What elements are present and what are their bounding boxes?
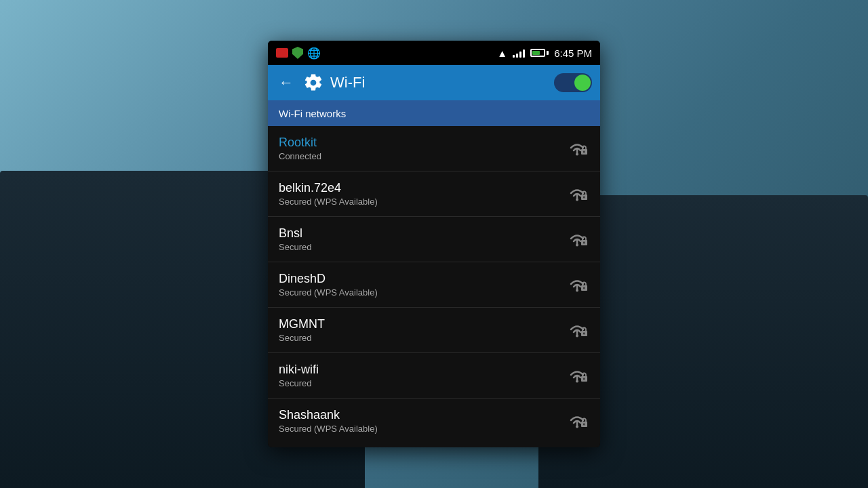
network-info-bnsl: BnslSecured [279,226,565,252]
network-name-shashaank: Shashaank [279,408,565,422]
svg-rect-20 [583,424,585,426]
network-name-belkin: belkin.72e4 [279,181,565,195]
wifi-signal-icon [565,184,589,204]
network-item-dineshd[interactable]: DineshDSecured (WPS Available) [268,262,600,308]
section-header: Wi-Fi networks [268,100,600,126]
wifi-signal-icon [565,138,589,159]
wifi-lock-icon-belkin [565,184,589,204]
network-list: RootkitConnected belkin.72e4Secured (WPS… [268,126,600,447]
signal-strength-icon [513,48,525,58]
wifi-lock-icon-rootkit [565,138,589,159]
network-name-niki-wifi: niki-wifi [279,363,565,377]
wifi-lock-icon-bnsl [565,229,589,249]
network-item-bnsl[interactable]: BnslSecured [268,217,600,262]
status-time: 6:45 PM [554,47,592,59]
network-status-belkin: Secured (WPS Available) [279,197,565,207]
notification-icon-red [276,48,288,58]
wifi-signal-icon [565,229,589,249]
network-info-shashaank: ShashaankSecured (WPS Available) [279,408,565,434]
wifi-toggle-knob [574,75,591,91]
battery-icon [530,49,549,57]
network-name-bnsl: Bnsl [279,226,565,241]
shield-icon [292,47,303,59]
wifi-status-icon: ▲ [497,47,507,59]
wifi-signal-icon [565,274,589,295]
app-bar: ← Wi-Fi [268,65,600,100]
wifi-lock-icon-niki-wifi [565,365,589,386]
svg-point-0 [576,153,578,156]
svg-point-15 [576,380,578,383]
network-item-rootkit[interactable]: RootkitConnected [268,126,600,171]
svg-rect-14 [583,333,585,335]
section-header-title: Wi-Fi networks [279,108,346,119]
network-item-shashaank[interactable]: ShashaankSecured (WPS Available) [268,399,600,443]
phone-screen: 🌐 ▲ 6:45 PM ← Wi-F [268,41,600,447]
network-status-mgmnt: Secured [279,333,565,343]
svg-point-6 [576,244,578,247]
svg-point-3 [576,199,578,201]
wifi-lock-icon-mgmnt [565,320,589,340]
status-left-icons: 🌐 [276,47,321,60]
globe-icon: 🌐 [307,47,321,60]
wifi-signal-icon [565,320,589,340]
network-name-mgmnt: MGMNT [279,317,565,331]
network-item-mgmnt[interactable]: MGMNTSecured [268,308,600,353]
svg-rect-2 [583,151,585,153]
wifi-signal-icon [565,365,589,386]
svg-rect-11 [583,287,585,289]
svg-rect-17 [583,378,585,380]
svg-rect-5 [583,197,585,199]
wifi-signal-icon [565,411,589,431]
svg-rect-8 [583,242,585,244]
network-item-belkin[interactable]: belkin.72e4Secured (WPS Available) [268,171,600,217]
wifi-lock-icon-dineshd [565,274,589,295]
phone-wrapper: 🌐 ▲ 6:45 PM ← Wi-F [268,41,600,447]
network-status-niki-wifi: Secured [279,378,565,388]
wifi-toggle-switch[interactable] [554,73,592,92]
network-status-bnsl: Secured [279,242,565,252]
network-item-niki-wifi[interactable]: niki-wifiSecured [268,353,600,399]
network-info-belkin: belkin.72e4Secured (WPS Available) [279,181,565,207]
status-right-icons: ▲ 6:45 PM [497,47,592,59]
network-name-dineshd: DineshD [279,272,565,286]
svg-point-12 [576,335,578,338]
network-info-mgmnt: MGMNTSecured [279,317,565,343]
network-status-rootkit: Connected [279,151,565,161]
network-status-shashaank: Secured (WPS Available) [279,424,565,434]
wifi-lock-icon-shashaank [565,411,589,431]
settings-gear-icon [303,73,323,93]
app-bar-title: Wi-Fi [330,74,547,92]
svg-point-9 [576,289,578,292]
network-info-dineshd: DineshDSecured (WPS Available) [279,272,565,298]
back-button[interactable]: ← [276,71,296,94]
status-bar: 🌐 ▲ 6:45 PM [268,41,600,65]
network-name-rootkit: Rootkit [279,136,565,150]
network-info-rootkit: RootkitConnected [279,136,565,161]
svg-point-18 [576,426,578,428]
network-info-niki-wifi: niki-wifiSecured [279,363,565,388]
network-status-dineshd: Secured (WPS Available) [279,287,565,298]
